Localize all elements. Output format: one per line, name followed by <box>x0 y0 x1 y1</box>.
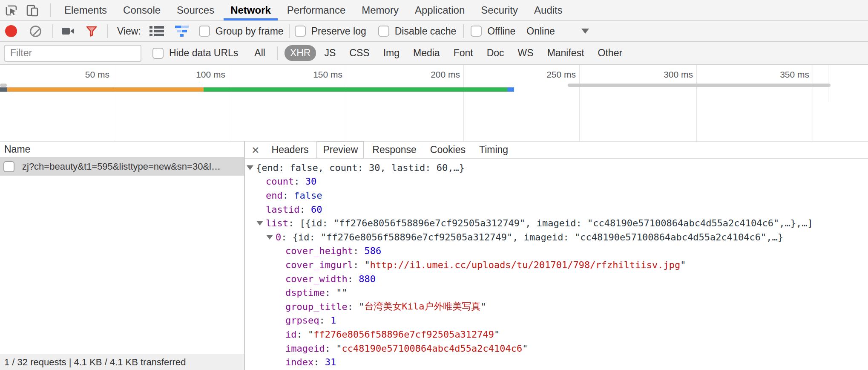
resource-filter-all[interactable]: All <box>249 45 271 61</box>
preview-tree-row[interactable]: count: 30 <box>245 175 868 189</box>
json-token-punct: : <box>283 190 294 201</box>
throttling-select-value[interactable]: Online <box>526 26 555 37</box>
overview-strip <box>568 84 831 87</box>
resource-filter-doc[interactable]: Doc <box>481 45 510 61</box>
tree-expander-icon[interactable] <box>247 165 256 170</box>
json-token-punct: : <box>294 176 305 187</box>
resource-filter-font[interactable]: Font <box>448 45 479 61</box>
detail-tab-headers[interactable]: Headers <box>266 142 314 158</box>
overview-segment-dns-orange <box>7 87 204 92</box>
detail-tab-timing[interactable]: Timing <box>474 142 514 158</box>
resource-filter-media[interactable]: Media <box>408 45 445 61</box>
overview-segment-tail-blue <box>507 87 514 92</box>
request-row[interactable]: zj?ch=beauty&t1=595&listtype=new&sn=30&l… <box>0 157 244 176</box>
json-token-punct: " <box>359 301 364 312</box>
json-token-key: grpseq <box>285 315 319 326</box>
detail-tab-list: HeadersPreviewResponseCookiesTiming <box>266 142 517 159</box>
preview-pane: {end: false, count: 30, lastid: 60,…}cou… <box>245 159 868 370</box>
resource-filter-ws[interactable]: WS <box>512 45 539 61</box>
json-token-punct: : <box>353 260 365 270</box>
overview-segment-start <box>0 87 7 92</box>
json-token-punct: : <box>348 274 359 284</box>
view-label: View: <box>117 26 141 37</box>
tab-memory[interactable]: Memory <box>354 0 407 20</box>
clear-icon[interactable] <box>30 26 41 37</box>
json-token-str: cc48190e57100864abc4d55a2c4104c6 <box>342 343 522 354</box>
tab-console[interactable]: Console <box>115 0 169 20</box>
filter-input[interactable] <box>4 45 141 62</box>
preview-tree-row[interactable]: list: [{id: "ff276e8056f58896e7cf92505a3… <box>245 216 868 230</box>
inspect-element-icon[interactable] <box>4 3 18 17</box>
ruler-gridline <box>229 65 229 141</box>
preview-tree-row[interactable]: 0: {id: "ff276e8056f58896e7cf92505a31274… <box>245 230 868 244</box>
timeline-overview[interactable]: 50 ms100 ms150 ms200 ms250 ms300 ms350 m… <box>0 65 868 142</box>
group-by-frame-checkbox[interactable] <box>199 26 210 37</box>
preview-tree-row[interactable]: id: "ff276e8056f58896e7cf92505a312749" <box>245 327 868 341</box>
hide-data-urls-checkbox[interactable] <box>152 48 164 59</box>
screenshot-camera-icon[interactable] <box>62 26 75 36</box>
json-token-str: ff276e8056f58896e7cf92505a312749 <box>313 329 494 340</box>
preview-tree-row[interactable]: cover_height: 586 <box>245 244 868 258</box>
large-rows-icon[interactable] <box>149 26 164 37</box>
resource-filter-css[interactable]: CSS <box>344 45 375 61</box>
record-button[interactable] <box>5 25 17 37</box>
json-token-plain: [{id: "ff276e8056f58896e7cf92505a312749"… <box>299 218 813 228</box>
preview-tree-row[interactable]: end: false <box>245 188 868 202</box>
json-token-key: group_title <box>285 301 348 312</box>
json-token-key: end <box>266 190 283 201</box>
device-toolbar-icon[interactable] <box>26 3 39 17</box>
toolbar-divider <box>107 24 108 38</box>
name-column-header[interactable]: Name <box>0 142 244 157</box>
preserve-log-checkbox[interactable] <box>295 26 306 37</box>
detail-tab-cookies[interactable]: Cookies <box>425 142 471 158</box>
tab-application[interactable]: Application <box>407 0 473 20</box>
json-token-num: 880 <box>359 274 376 284</box>
group-by-frame-option: Group by frame <box>199 26 284 37</box>
preview-tree-row[interactable]: cover_imgurl: "http://i1.umei.cc/uploads… <box>245 258 868 272</box>
detail-tab-response[interactable]: Response <box>367 142 422 158</box>
ruler-gridline <box>696 65 697 141</box>
json-token-num: 586 <box>364 246 381 256</box>
tab-elements[interactable]: Elements <box>56 0 115 20</box>
preview-tree-row[interactable]: grpseq: 1 <box>245 314 868 328</box>
tree-expander-icon[interactable] <box>266 235 276 240</box>
preview-tree-row[interactable]: imageid: "cc48190e57100864abc4d55a2c4104… <box>245 341 868 356</box>
preview-tree-row[interactable]: {end: false, count: 30, lastid: 60,…} <box>245 161 868 175</box>
json-token-punct: " <box>494 329 500 340</box>
json-token-punct: " <box>680 260 686 270</box>
preview-tree-row[interactable]: dsptime: "" <box>245 286 868 300</box>
json-token-punct: : <box>297 329 308 340</box>
tree-expander-icon[interactable] <box>256 221 266 225</box>
disable-cache-checkbox[interactable] <box>378 26 389 37</box>
resource-filter-img[interactable]: Img <box>378 45 405 61</box>
close-icon[interactable]: × <box>252 144 259 156</box>
tab-performance[interactable]: Performance <box>279 0 354 20</box>
resource-filter-other[interactable]: Other <box>592 45 628 61</box>
preserve-log-label: Preserve log <box>311 26 366 37</box>
json-token-key: cover_imgurl <box>285 260 353 270</box>
json-token-punct: " <box>480 301 486 312</box>
resource-filter-js[interactable]: JS <box>319 45 341 61</box>
preview-tree-row[interactable]: group_title: "台湾美女Kila户外唯美写真" <box>245 300 868 314</box>
resource-filter-manifest[interactable]: Manifest <box>542 45 590 61</box>
tab-security[interactable]: Security <box>473 0 526 20</box>
preview-tree-row[interactable]: lastid: 60 <box>245 202 868 217</box>
tab-sources[interactable]: Sources <box>169 0 222 20</box>
overview-segment-download-green <box>204 87 507 92</box>
json-token-key: lastid <box>266 204 299 215</box>
request-row-checkbox[interactable] <box>3 161 14 172</box>
offline-checkbox[interactable] <box>471 26 482 37</box>
toolbar-divider <box>463 24 464 38</box>
show-overview-icon[interactable] <box>175 26 190 37</box>
chevron-down-icon[interactable] <box>581 29 589 34</box>
json-token-punct: : <box>353 246 365 256</box>
preview-tree-row[interactable]: index: 31 <box>245 355 868 369</box>
tab-network[interactable]: Network <box>222 0 279 20</box>
filter-funnel-icon[interactable] <box>86 25 98 37</box>
tab-audits[interactable]: Audits <box>526 0 571 20</box>
preview-tree-row[interactable]: cover_width: 880 <box>245 272 868 286</box>
json-token-bool: false <box>294 190 322 201</box>
json-token-key: index <box>285 357 313 367</box>
detail-tab-preview[interactable]: Preview <box>316 142 364 159</box>
resource-filter-xhr[interactable]: XHR <box>285 45 316 61</box>
